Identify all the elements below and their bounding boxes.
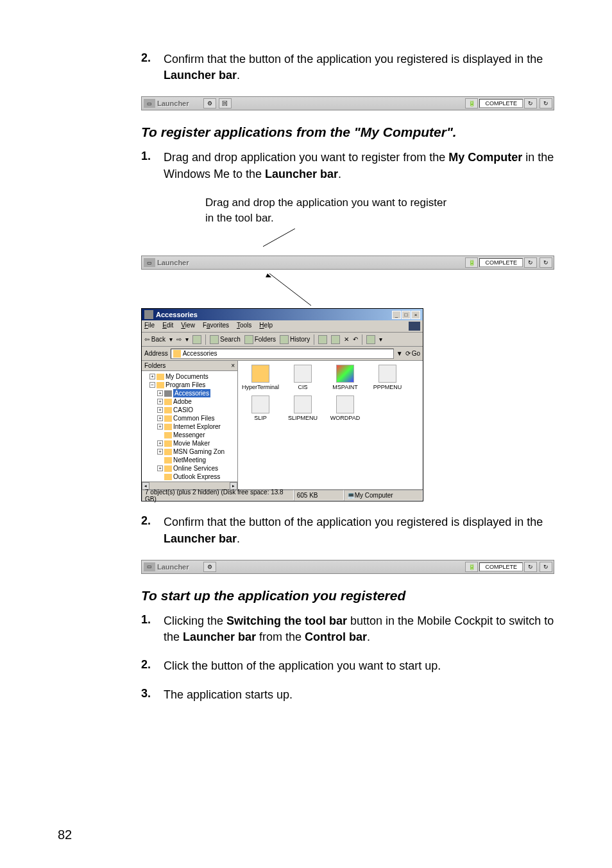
file-slip[interactable]: SLIP [242, 395, 279, 421]
step-num: 2. [141, 514, 164, 546]
svg-line-1 [269, 273, 311, 306]
status-size: 605 KB [294, 490, 344, 501]
step-1c: 1. Clicking the Switching the tool bar b… [141, 613, 554, 645]
launcher-title: Launcher [157, 563, 189, 571]
launcher-btn-a[interactable]: ↻ [524, 98, 537, 108]
step-text: Clicking the Switching the tool bar butt… [164, 613, 554, 645]
launcher-btn-b[interactable]: ↻ [540, 98, 552, 108]
step-3c: 3. The application starts up. [141, 687, 554, 703]
step-num: 1. [141, 613, 164, 645]
launcher-app-btn-2[interactable]: 回 [219, 98, 232, 108]
minimize-button[interactable]: _ [392, 311, 401, 319]
launcher-icon: ▭ [144, 258, 155, 267]
explorer-menubar: File Edit View Favorites Tools Help [142, 320, 423, 333]
folder-icon [144, 310, 153, 319]
launcher-status: COMPLETE [479, 562, 523, 571]
page-number: 82 [58, 828, 72, 842]
step-text: Drag and drop application you want to re… [164, 150, 554, 182]
file-hyperterminal[interactable]: HyperTerminal [242, 365, 279, 390]
launcher-icon: ▭ [144, 562, 155, 571]
explorer-titlebar[interactable]: Accessories _ □ × [142, 309, 423, 320]
address-label: Address [144, 350, 168, 357]
launcher-toggle-btn[interactable]: 🔋 [465, 257, 478, 268]
copyto-button[interactable] [331, 335, 340, 344]
menu-help[interactable]: Help [259, 322, 273, 331]
arrow-line [237, 229, 366, 248]
svg-line-0 [263, 229, 295, 247]
close-pane-button[interactable]: × [231, 362, 235, 369]
file-wordpad[interactable]: WORDPAD [327, 395, 364, 421]
explorer-window: Accessories _ □ × File Edit View Favorit… [141, 308, 423, 501]
step-text: The application starts up. [164, 687, 293, 703]
views-button[interactable] [366, 335, 375, 344]
launcher-btn-b[interactable]: ↻ [540, 257, 552, 268]
folder-icon [173, 350, 181, 358]
files-pane[interactable]: HyperTerminal CIS MSPAINT PPPMENU SLIP S… [238, 361, 423, 489]
back-button[interactable]: ⇦ Back [144, 336, 166, 343]
explorer-statusbar: 7 object(s) (plus 2 hidden) (Disk free s… [142, 489, 423, 501]
search-button[interactable]: Search [210, 335, 241, 344]
launcher-status: COMPLETE [479, 258, 523, 267]
launcher-bar-1: ▭ Launcher ⚙ 回 🔋 COMPLETE ↻ ↻ [141, 96, 554, 110]
launcher-toggle-btn[interactable]: 🔋 [465, 98, 478, 108]
step-text: Confirm that the button of the applicati… [164, 51, 554, 83]
explorer-toolbar: ⇦ Back ▾ ⇨ ▾ Search Folders History ✕ ↶ … [142, 333, 423, 347]
step-2b: 2. Confirm that the button of the applic… [141, 514, 554, 546]
folder-tree[interactable]: +My Documents −Program Files +Accessorie… [142, 371, 237, 482]
menu-view[interactable]: View [181, 322, 195, 331]
step-num: 3. [141, 687, 164, 703]
launcher-bar-2: ▭ Launcher 🔋 COMPLETE ↻ ↻ [141, 256, 554, 270]
undo-button[interactable]: ↶ [353, 336, 358, 343]
step-num: 2. [141, 51, 164, 83]
launcher-title: Launcher [157, 100, 189, 107]
step-text: Confirm that the button of the applicati… [164, 514, 554, 546]
folders-pane: Folders × +My Documents −Program Files +… [142, 361, 238, 489]
delete-button[interactable]: ✕ [344, 336, 349, 343]
launcher-btn-a[interactable]: ↻ [524, 562, 537, 572]
step-2c: 2. Click the button of the application y… [141, 658, 554, 674]
step-1b: 1. Drag and drop application you want to… [141, 150, 554, 182]
menu-file[interactable]: File [144, 322, 155, 331]
folders-header: Folders × [142, 361, 237, 371]
address-input[interactable]: Accessories [171, 349, 394, 359]
launcher-toggle-btn[interactable]: 🔋 [465, 562, 478, 572]
up-button[interactable] [192, 335, 201, 344]
drag-arrow [141, 273, 423, 306]
history-button[interactable]: History [280, 335, 310, 344]
step-num: 2. [141, 658, 164, 674]
step-2: 2. Confirm that the button of the applic… [141, 51, 554, 83]
launcher-bar-3: ▭ Launcher ⚙ 🔋 COMPLETE ↻ ↻ [141, 560, 554, 574]
heading-register-mycomputer: To register applications from the "My Co… [141, 125, 554, 140]
brand-icon [409, 322, 420, 331]
launcher-app-btn-1[interactable]: ⚙ [203, 98, 216, 108]
launcher-title: Launcher [157, 259, 189, 266]
launcher-icon: ▭ [144, 99, 155, 108]
menu-favorites[interactable]: Favorites [203, 322, 229, 331]
status-location: 💻 My Computer [344, 490, 423, 501]
forward-button[interactable]: ⇨ [176, 336, 182, 343]
file-mspaint[interactable]: MSPAINT [327, 365, 364, 390]
launcher-app-btn-1[interactable]: ⚙ [203, 562, 216, 572]
launcher-status: COMPLETE [479, 99, 523, 108]
moveto-button[interactable] [318, 335, 327, 344]
launcher-btn-a[interactable]: ↻ [524, 257, 537, 268]
heading-startup: To start up the application you register… [141, 588, 554, 603]
folders-button[interactable]: Folders [244, 335, 276, 344]
step-text: Click the button of the application you … [164, 658, 441, 674]
explorer-addressbar: Address Accessories ▼ ⟳Go [142, 347, 423, 361]
go-button[interactable]: ⟳Go [405, 350, 420, 357]
maximize-button[interactable]: □ [402, 311, 411, 319]
launcher-btn-b[interactable]: ↻ [540, 562, 552, 572]
drag-caption: Drag and drop the application you want t… [205, 195, 554, 226]
close-button[interactable]: × [411, 311, 420, 319]
file-slipmenu[interactable]: SLIPMENU [284, 395, 321, 421]
menu-tools[interactable]: Tools [237, 322, 251, 331]
step-num: 1. [141, 150, 164, 182]
status-objects: 7 object(s) (plus 2 hidden) (Disk free s… [142, 490, 294, 501]
menu-edit[interactable]: Edit [162, 322, 173, 331]
file-cis[interactable]: CIS [284, 365, 321, 390]
file-pppmenu[interactable]: PPPMENU [369, 365, 406, 390]
window-title: Accessories [156, 311, 392, 318]
